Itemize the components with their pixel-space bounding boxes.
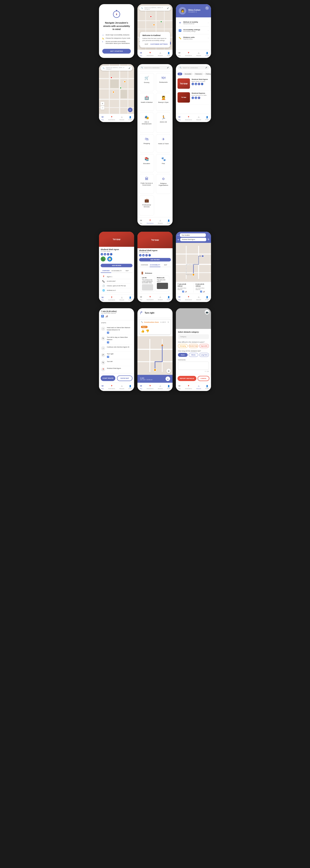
nav-up-button[interactable]: ▲ — [166, 376, 170, 381]
nav-d-s10[interactable]: 📍 Destinations — [108, 385, 115, 389]
category-pets[interactable]: 🐾 Pets — [156, 154, 171, 172]
get-started-button[interactable]: GET STARTED — [102, 49, 131, 54]
nav-p-r9[interactable]: 👤 Profile — [205, 296, 209, 300]
edit-icon[interactable]: ✎ — [205, 6, 209, 10]
nav-o-s10[interactable]: ⚠ Obstacle — [119, 385, 124, 389]
nav-o-r9[interactable]: ⚠ Obstacle — [196, 296, 201, 300]
camera-button[interactable]: 📷 — [205, 310, 209, 314]
route-opt-1[interactable]: 7 min (0.26 miles) via Sderot Ben Maimon… — [177, 283, 192, 292]
nav-d-d5[interactable]: 📍 Destinations — [147, 219, 153, 224]
filter-restrooms[interactable]: Restrooms — [194, 72, 203, 75]
settings-item-distance[interactable]: 📏 Distance units Imperial (miles) › — [177, 34, 209, 42]
nav-d-v7[interactable]: 📍 Destinations — [108, 296, 115, 301]
nav-p-a8[interactable]: 👤 Profile — [167, 296, 171, 300]
add-review-acc[interactable]: ADD REVIEW — [139, 258, 171, 261]
result-item-1[interactable]: Shuferal Sheli Agron Agron Street, 0.2 m… — [176, 77, 211, 91]
nav-o-map2[interactable]: ⚠ Obstacle — [119, 116, 124, 120]
nav-obstacle[interactable]: ⚠ Obstacle — [158, 52, 163, 56]
nav-d-r9[interactable]: 📍 Destinations — [185, 296, 192, 300]
tab-map-acc[interactable]: MAP — [160, 263, 171, 267]
route-options-icon[interactable]: ⋮ — [207, 234, 209, 237]
settings-item-accessibility[interactable]: ♿ Accessibility settings Accessibility s… — [177, 27, 209, 34]
show-map-button[interactable]: SHOW MAP — [117, 375, 133, 381]
phone-button[interactable]: 📞 — [101, 256, 106, 261]
start-route-button[interactable]: START ROUTE — [101, 375, 115, 381]
tab-accessibility[interactable]: ACCESSIBILITY — [111, 269, 122, 273]
nav-map-p[interactable]: 🗺 Map — [178, 52, 181, 56]
nav-o-v7[interactable]: ⚠ Obstacle — [119, 296, 124, 301]
tab-ov-acc[interactable]: OVERVIEW — [139, 263, 150, 267]
nav-p-n11[interactable]: 👤 Profile — [167, 385, 171, 389]
add-review-button[interactable]: ADD REVIEW — [101, 264, 133, 267]
tab-acc-acc[interactable]: ACCESSIBILITY — [150, 263, 160, 267]
category-shopping[interactable]: 🛍 Shopping — [139, 134, 154, 152]
nav-destinations[interactable]: 📍 Destinations — [147, 52, 153, 56]
result-item-2[interactable]: שופרסל Shuferal Express Kevin Haround, 0… — [176, 91, 211, 104]
difficulty-needed[interactable]: Needed help — [189, 344, 198, 348]
nav-o-n11[interactable]: ⚠ Obstacle — [158, 385, 163, 389]
tab-overview[interactable]: OVERVIEW — [101, 269, 111, 273]
nav-m-map2[interactable]: 🗺 Map — [101, 116, 104, 120]
zoom-out-2[interactable]: − — [101, 106, 104, 110]
search-bar[interactable]: 🔍 Search by address, name, or category 🎤 — [139, 6, 171, 11]
navigate-button[interactable]: 🧭 — [107, 256, 112, 261]
category-beauty[interactable]: 💆 Beauty & Spas — [156, 93, 171, 111]
route-opt-2[interactable]: 8 min (0.31 miles) via Sderot Ben Maimon… — [196, 283, 210, 292]
nav-o-r6[interactable]: ⚠ Obstacle — [196, 116, 201, 120]
nav-o-rp12[interactable]: ⚠ Obstacle — [196, 385, 201, 389]
nav-obs-p[interactable]: ⚠ Obstacle — [196, 52, 201, 56]
category-arts[interactable]: 🎭 Arts & Entertainment — [139, 113, 154, 133]
thumbs-down-button[interactable]: 👎 — [146, 329, 149, 333]
duration-longterm[interactable]: Long-Term — [199, 353, 209, 357]
nav-m-r9[interactable]: 🗺 Map — [178, 296, 181, 300]
thumbs-up-button[interactable]: 👍 — [141, 329, 144, 333]
results-search-bar[interactable]: 🔍 Search for a destination 🎤 — [176, 64, 211, 71]
nav-p-d5[interactable]: 👤 Profile — [167, 219, 171, 224]
category-hotels[interactable]: ✈ Hotels & Travel — [156, 134, 171, 152]
category-restaurants[interactable]: 🍽 Restaurants — [156, 73, 171, 91]
cancel-button[interactable]: CANCEL — [198, 376, 209, 381]
comments-input[interactable] — [178, 362, 209, 370]
difficulty-impossible[interactable]: Impossible — [199, 344, 209, 348]
obstacle-close-button[interactable]: ✕ — [167, 321, 169, 323]
from-input[interactable]: Your location — [180, 233, 206, 237]
nav-p-r6[interactable]: 👤 Profile — [205, 116, 209, 120]
category-professional[interactable]: 💼 Professional Services — [139, 195, 154, 216]
duration-weeks[interactable]: Weeks — [189, 353, 198, 357]
nav-p-map2[interactable]: 👤 Profile — [129, 116, 132, 120]
to-input[interactable]: Shuferal Sheli Agron — [180, 238, 206, 241]
settings-item-mobility[interactable]: 👁 Method of mobility Manual wheelchair › — [177, 19, 209, 27]
nav-d-r6[interactable]: 📍 Destinations — [185, 116, 192, 120]
nav-o-d5[interactable]: ⚠ Obstacle — [158, 219, 163, 224]
nav-p-v7[interactable]: 👤 Profile — [129, 296, 132, 301]
nav-m-n11[interactable]: 🗺 Map — [139, 385, 142, 389]
nav-m-s10[interactable]: 🗺 Map — [101, 385, 104, 389]
swap-route-icon[interactable]: ⇅ — [207, 238, 209, 241]
skip-button[interactable]: SKIP — [145, 43, 148, 45]
filter-parking[interactable]: Parking — [204, 72, 211, 75]
filter-all[interactable]: All — [177, 72, 182, 75]
nav-profile[interactable]: 👤 Profile — [167, 52, 171, 56]
nav-p-rp12[interactable]: 👤 Profile — [205, 385, 209, 389]
search-bar-map2[interactable]: 🔍 Search by address, name, or category 🎤 — [101, 66, 133, 71]
nav-m-r6[interactable]: 🗺 Map — [178, 116, 181, 120]
nav-d-map2[interactable]: 📍 Destinations — [108, 116, 115, 120]
dest-search-bar[interactable]: 🔍 Search for a destination 🎤 — [137, 64, 173, 71]
category-health[interactable]: 🏥 Health & Medical — [139, 93, 154, 111]
compass-fab-2[interactable]: ⊙ — [128, 107, 133, 112]
nav-prof-p[interactable]: 👤 Profile — [205, 52, 209, 56]
difficulty-annoying[interactable]: Annoying — [178, 344, 188, 348]
nav-m-d5[interactable]: 🗺 Map — [139, 219, 142, 224]
nav-p-s10[interactable]: 👤 Profile — [129, 385, 132, 389]
nav-m-rp12[interactable]: 🗺 Map — [178, 385, 181, 389]
filter-accessible[interactable]: Accessible — [183, 72, 193, 75]
category-active[interactable]: 🏃 Active Life — [156, 113, 171, 133]
customize-button[interactable]: CUSTOMIZE SETTINGS — [150, 43, 168, 45]
center-location-button[interactable]: ⊙ — [166, 369, 171, 373]
nav-d-a8[interactable]: 📍 Destinations — [147, 296, 153, 300]
report-obstacle-button[interactable]: REPORT OBSTACLE — [177, 376, 196, 381]
nav-map[interactable]: 🗺 Map — [139, 52, 142, 56]
zoom-in-2[interactable]: + — [101, 102, 104, 105]
duration-hours[interactable]: Hours — [178, 353, 188, 357]
nav-m-v7[interactable]: 🗺 Map — [101, 296, 104, 301]
